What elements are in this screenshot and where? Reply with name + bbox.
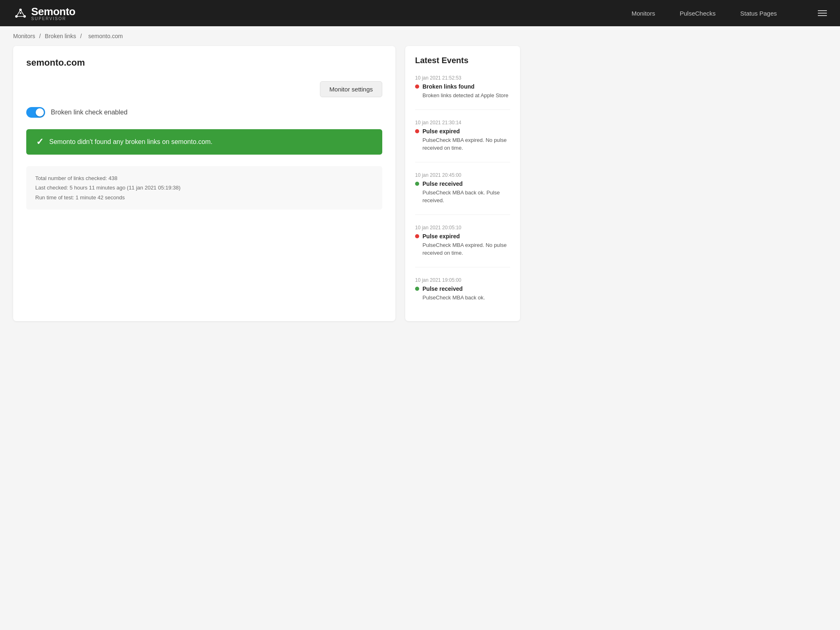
event-title: Pulse received (422, 180, 463, 187)
event-description: PulseCheck MBA expired. No pulse receive… (415, 136, 510, 152)
event-status-dot (415, 182, 419, 186)
event-header: Pulse received (415, 180, 510, 187)
nav-monitors[interactable]: Monitors (632, 10, 655, 17)
event-time: 10 jan 2021 21:52:53 (415, 75, 510, 81)
event-status-dot (415, 129, 419, 133)
breadcrumb-monitors[interactable]: Monitors (13, 33, 35, 39)
main-layout: semonto.com Monitor settings Broken link… (0, 46, 533, 334)
event-item: 10 jan 2021 20:45:00 Pulse received Puls… (415, 172, 510, 215)
event-item: 10 jan 2021 21:30:14 Pulse expired Pulse… (415, 120, 510, 162)
breadcrumb: Monitors / Broken links / semonto.com (0, 26, 840, 46)
event-description: Broken links detected at Apple Store (415, 91, 510, 100)
event-title: Pulse received (422, 285, 463, 292)
menu-bar-3 (818, 15, 827, 16)
hamburger-menu[interactable] (818, 10, 827, 16)
left-panel: semonto.com Monitor settings Broken link… (13, 46, 395, 321)
event-description: PulseCheck MBA back ok. (415, 294, 510, 302)
event-item: 10 jan 2021 21:52:53 Broken links found … (415, 75, 510, 110)
breadcrumb-sep-2: / (80, 33, 82, 39)
event-item: 10 jan 2021 19:05:00 Pulse received Puls… (415, 277, 510, 312)
run-time-stat: Run time of test: 1 minute 42 seconds (35, 193, 373, 202)
nav-statuspages[interactable]: Status Pages (740, 10, 777, 17)
event-header: Broken links found (415, 83, 510, 90)
event-status-dot (415, 84, 419, 89)
event-status-dot (415, 234, 419, 238)
monitor-title: semonto.com (26, 57, 382, 68)
event-time: 10 jan 2021 20:05:10 (415, 225, 510, 231)
event-item: 10 jan 2021 20:05:10 Pulse expired Pulse… (415, 225, 510, 267)
nav-pulsechecks[interactable]: PulseChecks (680, 10, 716, 17)
breadcrumb-broken-links[interactable]: Broken links (45, 33, 76, 39)
event-time: 10 jan 2021 20:45:00 (415, 172, 510, 178)
monitor-settings-button[interactable]: Monitor settings (320, 81, 382, 97)
event-header: Pulse received (415, 285, 510, 292)
toggle-knob (36, 108, 44, 116)
svg-point-6 (20, 12, 21, 14)
event-time: 10 jan 2021 21:30:14 (415, 120, 510, 126)
breadcrumb-current: semonto.com (88, 33, 123, 39)
event-time: 10 jan 2021 19:05:00 (415, 277, 510, 283)
nav-links: Monitors PulseChecks Status Pages (632, 10, 827, 17)
event-header: Pulse expired (415, 128, 510, 135)
success-message: Semonto didn't found any broken links on… (49, 138, 212, 146)
event-description: PulseCheck MBA expired. No pulse receive… (415, 241, 510, 257)
success-banner: ✓ Semonto didn't found any broken links … (26, 129, 382, 155)
menu-bar-2 (818, 13, 827, 14)
toggle-label: Broken link check enabled (51, 109, 128, 116)
brand-name: Semonto (31, 5, 75, 18)
event-status-dot (415, 287, 419, 291)
success-checkmark: ✓ (36, 137, 43, 147)
toggle-row: Broken link check enabled (26, 107, 382, 118)
event-description: PulseCheck MBA back ok. Pulse received. (415, 189, 510, 205)
breadcrumb-sep-1: / (39, 33, 41, 39)
event-title: Pulse expired (422, 233, 460, 240)
right-panel: Latest Events 10 jan 2021 21:52:53 Broke… (405, 46, 520, 321)
events-title: Latest Events (415, 56, 510, 65)
event-header: Pulse expired (415, 233, 510, 240)
broken-link-toggle[interactable] (26, 107, 45, 118)
navbar: Semonto SUPERVISOR Monitors PulseChecks … (0, 0, 840, 26)
event-title: Broken links found (422, 83, 475, 90)
total-links-stat: Total number of links checked: 438 (35, 173, 373, 183)
logo-icon (13, 6, 28, 21)
last-checked-stat: Last checked: 5 hours 11 minutes ago (11… (35, 183, 373, 192)
menu-bar-1 (818, 10, 827, 11)
event-title: Pulse expired (422, 128, 460, 135)
logo: Semonto SUPERVISOR (13, 5, 75, 21)
events-list: 10 jan 2021 21:52:53 Broken links found … (415, 75, 510, 311)
stats-box: Total number of links checked: 438 Last … (26, 166, 382, 210)
